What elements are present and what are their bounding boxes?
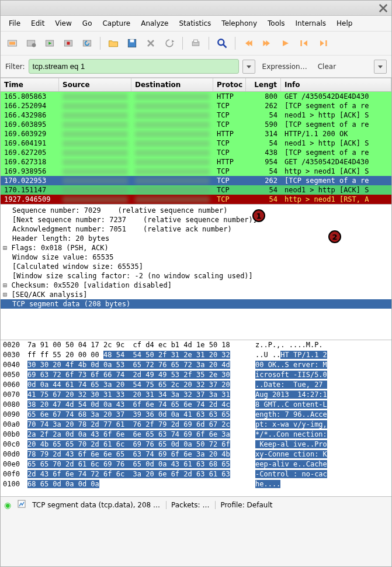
hex-row[interactable]: 00b02a 2f 2a 0d 0a 43 6f 6e 6e 65 63 74 … <box>1 430 391 440</box>
hex-row[interactable]: 005069 63 72 6f 73 6f 66 74 2d 49 49 53 … <box>1 370 391 380</box>
cell-protocol: TCP <box>213 167 246 176</box>
hex-ascii: 8 GMT..C ontent-L <box>255 400 355 410</box>
menu-view[interactable]: View <box>50 17 76 30</box>
packet-row[interactable]: 170.022953TCP262[TCP segment of a re <box>1 176 391 185</box>
go-last-icon[interactable] <box>315 35 331 51</box>
cell-time: 169.603895 <box>1 120 59 129</box>
print-icon[interactable] <box>188 35 204 51</box>
cell-protocol: TCP <box>213 148 246 157</box>
menu-telephony[interactable]: Telephony <box>217 17 262 30</box>
go-back-icon[interactable] <box>240 35 256 51</box>
column-length[interactable]: Lengt <box>246 78 281 91</box>
toolbar-separator <box>100 37 100 50</box>
hex-row[interactable]: 00c020 4b 65 65 70 2d 61 6c 69 76 65 0d … <box>1 440 391 450</box>
reload-icon[interactable] <box>161 35 178 51</box>
status-expert-icon[interactable] <box>17 499 26 510</box>
column-source[interactable]: Source <box>59 78 131 91</box>
svg-marker-25 <box>247 65 251 68</box>
hex-row[interactable]: 009065 6e 67 74 68 3a 20 37 39 36 0d 0a … <box>1 410 391 420</box>
packet-row[interactable]: 169.603929HTTP314HTTP/1.1 200 OK <box>1 129 391 139</box>
window-close-button[interactable] <box>377 2 389 14</box>
cell-length: 954 <box>246 157 281 167</box>
hex-row[interactable]: 004030 30 20 4f 4b 0d 0a 53 65 72 76 65 … <box>1 360 391 370</box>
packet-row[interactable]: 169.938956TCP54http > neod1 [ACK] S <box>1 167 391 176</box>
hex-row[interactable]: 00f02d 43 6f 6e 74 72 6f 6c 3a 20 6e 6f … <box>1 469 391 479</box>
hex-offset: 0080 <box>1 400 27 410</box>
detail-line[interactable]: Sequence number: 7029 (relative sequence… <box>1 206 391 215</box>
column-protocol[interactable]: Protoc <box>213 78 246 91</box>
cell-info: neod1 > http [ACK] S <box>281 110 391 120</box>
restart-capture-icon[interactable] <box>79 35 95 51</box>
menu-capture[interactable]: Capture <box>98 17 135 30</box>
hex-row[interactable]: 00600d 0a 44 61 74 65 3a 20 54 75 65 2c … <box>1 380 391 390</box>
menu-go[interactable]: Go <box>78 17 97 30</box>
menu-help[interactable]: Help <box>332 17 357 30</box>
detail-line[interactable]: TCP segment data (208 bytes) <box>1 299 391 309</box>
hex-row[interactable]: 010068 65 0d 0a 0d 0ahe.... <box>1 479 391 489</box>
go-forward-icon[interactable] <box>259 35 275 51</box>
packet-details-pane[interactable]: Sequence number: 7029 (relative sequence… <box>1 205 391 340</box>
filter-input[interactable] <box>29 59 239 74</box>
hex-row[interactable]: 008038 20 47 4d 54 0d 0a 43 6f 6e 74 65 … <box>1 400 391 410</box>
detail-line[interactable]: Checksum: 0x5520 [validation disabled] <box>1 281 391 290</box>
find-icon[interactable] <box>214 35 230 51</box>
start-capture-icon[interactable] <box>41 35 58 51</box>
packet-row[interactable]: 165.805863HTTP800GET /4350542D4E4D430 <box>1 92 391 101</box>
hex-ascii: icrosoft -IIS/5.0 <box>255 370 355 380</box>
menu-bar: FileEditViewGoCaptureAnalyzeStatisticsTe… <box>1 16 391 32</box>
detail-line[interactable]: [Calculated window size: 65535] <box>1 262 391 271</box>
go-first-icon[interactable] <box>296 35 313 51</box>
hex-ascii: Aug 2013 14:27:1 <box>255 390 355 400</box>
detail-line[interactable]: [Window size scaling factor: -2 (no wind… <box>1 271 391 281</box>
packet-row[interactable]: 170.151147TCP54neod1 > http [ACK] S <box>1 185 391 195</box>
menu-internals[interactable]: Internals <box>291 17 331 30</box>
menu-tools[interactable]: Tools <box>263 17 290 30</box>
open-file-icon[interactable] <box>105 35 122 51</box>
cell-time: 169.627318 <box>1 157 59 167</box>
stop-capture-icon[interactable] <box>60 35 77 51</box>
packet-row[interactable]: 1927.946509TCP54http > neod1 [RST, A <box>1 195 391 204</box>
cell-source <box>59 176 131 185</box>
interfaces-icon[interactable] <box>4 35 20 51</box>
packet-row[interactable]: 169.627318HTTP954GET /4350542D4E4D430 <box>1 157 391 167</box>
menu-statistics[interactable]: Statistics <box>174 17 216 30</box>
packet-row[interactable]: 169.604191TCP54neod1 > http [ACK] S <box>1 139 391 148</box>
hex-ascii: ength: 7 96..Acce <box>255 410 355 420</box>
hex-row[interactable]: 0030ff ff 55 20 00 00 48 54 54 50 2f 31 … <box>1 350 391 360</box>
hex-row[interactable]: 00e065 65 70 2d 61 6c 69 76 65 0d 0a 43 … <box>1 459 391 469</box>
column-time[interactable]: Time <box>1 78 59 91</box>
detail-line[interactable]: [SEQ/ACK analysis] <box>1 290 391 299</box>
save-file-icon[interactable] <box>124 35 140 51</box>
hex-row[interactable]: 00207a 91 00 50 04 17 2c 9c cf d4 ec b1 … <box>1 340 391 350</box>
hex-bytes: 78 79 2d 43 6f 6e 6e 65 63 74 69 6f 6e 3… <box>27 450 255 459</box>
expression-button[interactable]: Expression… <box>259 61 311 72</box>
hex-row[interactable]: 00a070 74 3a 20 78 2d 77 61 76 2f 79 2d … <box>1 420 391 430</box>
detail-line[interactable]: Flags: 0x018 (PSH, ACK) <box>1 243 391 253</box>
capture-options-icon[interactable] <box>23 35 39 51</box>
hex-row[interactable]: 007041 75 67 20 32 30 31 33 20 31 34 3a … <box>1 390 391 400</box>
cell-source <box>59 167 131 176</box>
menu-file[interactable]: File <box>4 17 25 30</box>
cell-length: 262 <box>246 176 281 185</box>
detail-line[interactable]: [Next sequence number: 7237 (relative se… <box>1 215 391 224</box>
column-info[interactable]: Info <box>281 78 391 91</box>
close-file-icon[interactable] <box>143 35 159 51</box>
packet-row[interactable]: 169.603895TCP590[TCP segment of a re <box>1 120 391 129</box>
status-bullet-icon[interactable]: ◉ <box>4 500 11 510</box>
cell-protocol: HTTP <box>213 129 246 139</box>
menu-edit[interactable]: Edit <box>26 17 49 30</box>
go-to-icon[interactable] <box>277 35 294 51</box>
clear-button[interactable]: Clear <box>314 61 339 72</box>
hex-row[interactable]: 00d078 79 2d 43 6f 6e 6e 65 63 74 69 6f … <box>1 450 391 459</box>
packet-row[interactable]: 166.252094TCP262[TCP segment of a re <box>1 101 391 110</box>
column-destination[interactable]: Destination <box>131 78 213 91</box>
packet-row[interactable]: 166.432986TCP54neod1 > http [ACK] S <box>1 110 391 120</box>
packet-bytes-pane[interactable]: 00207a 91 00 50 04 17 2c 9c cf d4 ec b1 … <box>1 340 391 497</box>
detail-line[interactable]: Window size value: 65535 <box>1 253 391 262</box>
cell-destination <box>131 157 213 167</box>
filter-more-dropdown[interactable] <box>374 60 387 74</box>
menu-analyze[interactable]: Analyze <box>136 17 173 30</box>
packet-row[interactable]: 169.627205TCP438[TCP segment of a re <box>1 148 391 157</box>
filter-dropdown-button[interactable] <box>242 60 255 74</box>
cell-source <box>59 129 131 139</box>
